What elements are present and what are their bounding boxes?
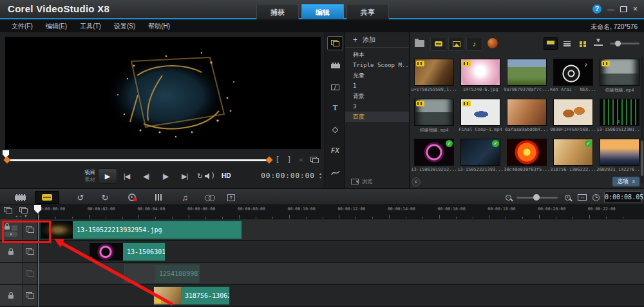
play-button[interactable]: ▶ [98, 168, 117, 184]
jump-end-button[interactable]: ▶| [182, 172, 187, 181]
speaker-icon[interactable] [205, 173, 211, 179]
media-item[interactable]: Final Comp~1.mp4 [457, 97, 504, 137]
filter-audio-button[interactable]: ♪ [466, 37, 482, 51]
subtitle-button[interactable]: T [223, 191, 240, 204]
library-gallery-item[interactable]: 样本 [345, 50, 409, 60]
close-icon[interactable]: × [633, 5, 638, 14]
title-icon[interactable]: T [327, 101, 343, 115]
next-frame-button[interactable]: |▶ [162, 172, 168, 181]
library-gallery-item[interactable]: 1 [345, 81, 409, 91]
tab-3[interactable]: 共享 [346, 4, 389, 19]
prev-frame-button[interactable]: ◀| [143, 172, 149, 181]
help-icon[interactable]: ? [592, 5, 601, 14]
timeline-ruler[interactable]: 00:00:00:0000:00:02:0000:00:04:0000:00:0… [0, 205, 644, 219]
zoom-slider-knob[interactable] [533, 194, 540, 201]
media-scrollbar[interactable] [641, 57, 643, 183]
media-item[interactable]: u=1750255509,1... [411, 57, 457, 97]
media-item[interactable]: ✓318756-1306222... [550, 137, 596, 177]
timeline-timecode[interactable]: 0:00:08.05 [604, 192, 641, 203]
media-item[interactable]: 2602931_142276... [596, 137, 643, 177]
filter-fx-icon[interactable]: FX [327, 143, 343, 157]
timeline-view-button[interactable] [35, 191, 59, 204]
timeline-clip[interactable]: 125418899876 [124, 264, 200, 283]
grid-view-button[interactable] [576, 37, 590, 50]
mode-clip-label[interactable]: 素材 [76, 176, 95, 183]
preview-video[interactable] [5, 37, 321, 149]
thumbnail-view-button[interactable] [544, 37, 558, 50]
trim-start-handle[interactable] [3, 156, 10, 163]
zoom-out-button[interactable]: − [502, 191, 514, 204]
library-gallery-item[interactable]: 3 [345, 101, 409, 112]
mark-out-button[interactable]: ] [287, 155, 292, 164]
list-view-button[interactable] [560, 37, 574, 50]
media-item[interactable]: 你瞒我瞒.mp4 [596, 57, 643, 97]
graphic-icon[interactable] [327, 123, 343, 137]
fit-project-button[interactable]: ↔ [576, 191, 589, 204]
transition-icon[interactable] [327, 80, 343, 94]
scrub-bar[interactable] [6, 159, 269, 161]
timeline-clip[interactable]: 13-150522213932954.jpg [40, 221, 242, 239]
menu-item[interactable]: 文件(F) [5, 22, 39, 31]
redo-button[interactable]: ↻ [97, 191, 113, 204]
record-capture-orb-icon[interactable] [487, 37, 498, 49]
media-item[interactable]: Ken Arai - NEX... [550, 57, 596, 97]
timecode-spinner[interactable]: ▲▼ [318, 172, 323, 179]
library-gallery-item[interactable]: 背景 [345, 91, 409, 101]
timeline-clip[interactable]: 13-150630192 [89, 243, 166, 261]
media-item[interactable]: 30c40e020f63f5... [504, 137, 550, 177]
motion-path-icon[interactable] [327, 165, 343, 179]
back-button[interactable]: ‹ [412, 177, 421, 186]
track-add-remove-tools[interactable]: +−▼ [15, 214, 28, 219]
undo-button[interactable]: ↺ [72, 191, 89, 204]
filter-photo-button[interactable] [448, 37, 464, 51]
track-chapter-icon[interactable] [4, 207, 12, 213]
thumbnail-size-slider[interactable] [610, 43, 639, 45]
tab-1[interactable]: 捕获 [256, 4, 299, 19]
import-icon[interactable] [594, 38, 603, 46]
auto-music-button[interactable]: ♫ [176, 191, 193, 204]
filter-video-button[interactable] [430, 37, 446, 51]
menu-item[interactable]: 编辑(E) [39, 22, 73, 31]
instant-project-icon[interactable] [327, 58, 343, 72]
hd-toggle[interactable]: HD [222, 172, 231, 179]
record-capture-button[interactable] [124, 191, 140, 204]
media-item[interactable]: 9830F1FFEAF568... [550, 97, 596, 137]
timeline-clip[interactable]: 318756-1306222 [153, 286, 230, 305]
restore-icon[interactable] [620, 6, 627, 12]
repeat-button[interactable]: ↻ [197, 172, 203, 181]
browse-button[interactable]: 浏览 [351, 178, 372, 185]
ripple-edit-button[interactable] [201, 191, 218, 204]
library-gallery-item[interactable]: 光量 [345, 70, 409, 81]
media-item[interactable]: 1RT5J40-6.jpg [457, 57, 504, 97]
media-item[interactable]: ✓13-15052221393... [457, 137, 504, 177]
add-gallery-button[interactable]: + 添加 [345, 32, 409, 48]
duration-button[interactable] [590, 191, 601, 204]
media-library-icon[interactable] [327, 36, 343, 50]
menu-item[interactable]: 帮助(H) [142, 22, 176, 31]
options-button[interactable]: 选项 « [612, 177, 639, 186]
tab-2[interactable]: 编辑 [301, 4, 344, 19]
mark-in-button[interactable]: [ [275, 155, 279, 164]
jump-start-button[interactable]: |◀ [124, 172, 129, 181]
storyboard-view-button[interactable] [8, 191, 32, 204]
preview-timecode[interactable]: 00:00:00:00 [261, 172, 315, 180]
track-cue-icon[interactable] [19, 207, 28, 213]
sound-mixer-button[interactable] [151, 191, 167, 204]
library-gallery-item[interactable]: Triple Scoop M... [345, 60, 409, 70]
timeline-zoom-slider[interactable] [516, 197, 558, 199]
trim-end-handle[interactable] [265, 156, 272, 163]
media-item[interactable]: 6afaaa9abddb4... [504, 97, 550, 137]
folder-icon[interactable] [415, 40, 424, 47]
scrollbar-thumb[interactable] [641, 141, 643, 176]
zoom-in-button[interactable]: + [562, 191, 573, 204]
library-gallery-item[interactable]: 百度 [345, 112, 409, 122]
minimize-icon[interactable]: — [607, 5, 614, 14]
menu-item[interactable]: 设置(S) [108, 22, 142, 31]
menu-item[interactable]: 工具(T) [73, 22, 108, 31]
mode-project-label[interactable]: 项目 [76, 169, 95, 176]
media-item[interactable]: 你瞒我瞒.mp4 [411, 97, 457, 137]
media-item[interactable]: ✓13-15063019212... [411, 137, 457, 177]
delete-button[interactable]: × [299, 155, 303, 164]
media-item[interactable]: 13-150615123N1... [596, 97, 643, 137]
media-item[interactable]: 9a79679370af7c... [504, 57, 550, 97]
